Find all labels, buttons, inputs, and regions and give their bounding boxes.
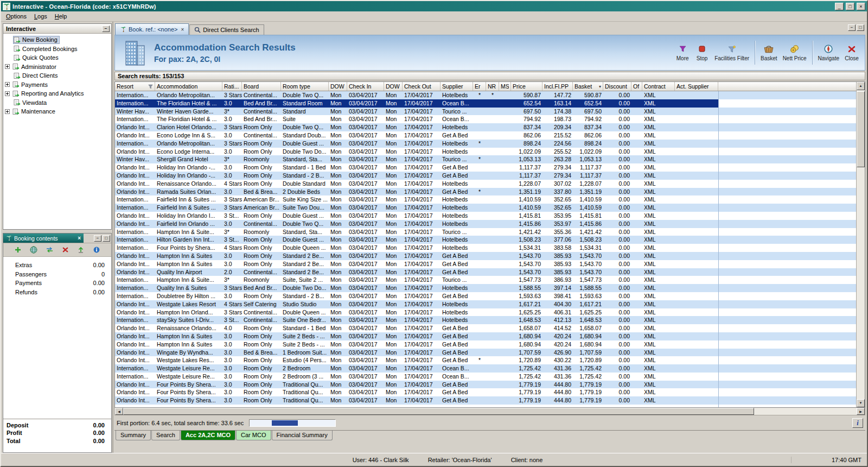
table-row[interactable]: Orlando Int...Quality Inn Airport2.0Cont… <box>115 268 856 276</box>
column-header-accommodation[interactable]: Accommodation <box>155 82 222 91</box>
sidebar-item-viewdata[interactable]: Viewdata <box>3 98 111 108</box>
table-row[interactable]: Orlando Int...Holiday Inn Orlando -...3.… <box>115 163 856 172</box>
vertical-scroll-thumb[interactable] <box>857 91 865 167</box>
sidebar-item-direct-clients[interactable]: Direct Clients <box>3 71 111 80</box>
table-row[interactable]: Winter Hav...Winter Haven Garde...3*Cont… <box>115 108 856 116</box>
booking-item-passengers[interactable]: Passengers0 <box>3 270 111 279</box>
column-header-dow_out[interactable]: DOW <box>384 82 403 91</box>
table-row[interactable]: Orlando Int...Clarion Hotel Orlando...3 … <box>115 123 856 131</box>
minimize-button[interactable]: _ <box>835 3 844 10</box>
table-row[interactable]: Orlando Int...Hampton Inn & Suites3.0Roo… <box>115 332 856 340</box>
doc-tab-direct-clients-search[interactable]: Direct Clients Search <box>189 24 264 35</box>
column-header-check_in[interactable]: Check In <box>347 82 384 91</box>
column-header-dow_in[interactable]: DOW <box>329 82 347 91</box>
table-row[interactable]: Internation...The Floridian Hotel & ...3… <box>115 99 856 108</box>
expand-icon[interactable] <box>5 91 10 96</box>
sidebar-item-completed-bookings[interactable]: Completed Bookings <box>3 45 111 54</box>
column-header-resort[interactable]: Resort <box>115 82 155 91</box>
table-row[interactable]: Internation...Orlando Metropolitan...3 S… <box>115 91 856 99</box>
booking-contents-tab[interactable]: Booking contents × <box>3 234 84 243</box>
column-header-nr[interactable]: NR <box>486 82 499 91</box>
booking-restore-button[interactable]: □ <box>103 235 110 242</box>
bottom-tab-financial-summary[interactable]: Financial Summary <box>272 431 333 440</box>
scroll-up-button[interactable]: ▲ <box>857 82 865 90</box>
bottom-tab-acc-2a-2c-mco[interactable]: Acc 2A,2C MCO <box>181 431 235 440</box>
table-row[interactable]: Internation...Hampton Inn & Suite...3*Ro… <box>115 276 856 284</box>
mdi-minimize-button[interactable]: − <box>848 24 856 31</box>
table-row[interactable]: Winter Hav...Shergill Grand Hotel3*Roomo… <box>115 155 856 163</box>
table-row[interactable]: Internation...Fairfield Inn & Suites ...… <box>115 204 856 212</box>
column-header-basket[interactable]: Basket▾ <box>573 82 603 91</box>
sidebar-item-maintenance[interactable]: Maintenance <box>3 107 111 116</box>
mdi-restore-button[interactable]: □ <box>857 24 864 31</box>
table-row[interactable]: Orlando Int...Holiday Inn Orlando -...3.… <box>115 172 856 180</box>
vertical-scroll-track[interactable] <box>857 90 865 399</box>
toolbar-button-basket[interactable]: Basket <box>758 42 780 64</box>
column-header-rating[interactable]: Rati... <box>222 82 242 91</box>
toolbar-button-navigate[interactable]: Navigate <box>815 42 842 64</box>
scroll-left-button[interactable]: ◀ <box>115 408 123 415</box>
table-row[interactable]: Internation...Orlando Metropolitan...3 S… <box>115 140 856 148</box>
table-row[interactable]: Internation...Fairfield Inn & Suites ...… <box>115 195 856 204</box>
table-row[interactable]: Orlando Int...Westgate Lakes Res...3.0Ro… <box>115 356 856 364</box>
table-row[interactable]: Internation...Doubletree By Hilton ...3.… <box>115 292 856 300</box>
menu-options[interactable]: Options <box>2 12 30 21</box>
world-button[interactable] <box>29 245 39 255</box>
booking-minimize-button[interactable]: − <box>94 235 101 242</box>
table-row[interactable]: Orlando Int...Renaissance Orlando...4.0R… <box>115 324 856 332</box>
menu-logs[interactable]: Logs <box>30 12 51 21</box>
bottom-tab-summary[interactable]: Summary <box>116 431 151 440</box>
sidebar-item-quick-quotes[interactable]: Quick Quotes <box>3 53 111 62</box>
column-header-act_supplier[interactable]: Act. Supplier <box>675 82 718 91</box>
column-header-of[interactable]: Of <box>631 82 642 91</box>
expand-icon[interactable] <box>5 64 10 69</box>
expand-icon[interactable] <box>5 82 10 87</box>
table-row[interactable]: Internation...Hampton Inn & Suite...3*Ro… <box>115 228 856 236</box>
sidebar-item-administrator[interactable]: Administrator <box>3 62 111 72</box>
table-row[interactable]: Internation...Westgate Leisure Re...3.0R… <box>115 364 856 373</box>
table-row[interactable]: Internation...The Floridian Hotel & ...3… <box>115 115 856 123</box>
column-header-incl_fl_pp[interactable]: Incl.Fl.PP <box>542 82 573 91</box>
bottom-tab-search[interactable]: Search <box>151 431 180 440</box>
horizontal-scrollbar[interactable]: ◀ ▶ <box>114 408 865 415</box>
toolbar-button-stop[interactable]: Stop <box>692 42 712 64</box>
booking-item-payments[interactable]: Payments0.00 <box>3 279 111 288</box>
column-header-contract[interactable]: Contract <box>642 82 675 91</box>
table-row[interactable]: Orlando Int...Renaissance Orlando...4 St… <box>115 180 856 188</box>
table-row[interactable]: Internation...staySky Suites I-Driv...3 … <box>115 316 856 324</box>
maximize-button[interactable]: □ <box>846 3 854 10</box>
menu-help[interactable]: Help <box>51 12 71 21</box>
horizontal-scroll-thumb[interactable] <box>123 408 754 415</box>
table-row[interactable]: Orlando Int...Four Points By Shera...3.0… <box>115 381 856 389</box>
close-window-button[interactable]: × <box>857 3 865 10</box>
toolbar-button-nett-price[interactable]: Nett Price <box>780 42 809 64</box>
toolbar-button-close[interactable]: Close <box>842 42 861 64</box>
sidebar-item-reporting-and-analytics[interactable]: Reporting and Analytics <box>3 89 111 98</box>
table-row[interactable]: Orlando Int...Four Points By Shera...3.0… <box>115 388 856 396</box>
table-row[interactable]: Internation...Hilton Garden Inn Int...3 … <box>115 236 856 244</box>
collapse-panel-button[interactable]: − <box>102 26 110 32</box>
column-header-er[interactable]: Er <box>473 82 486 91</box>
table-row[interactable]: Internation...Westgate Leisure Re...3.0R… <box>115 373 856 381</box>
horizontal-scroll-track[interactable] <box>123 408 857 415</box>
column-header-room_type[interactable]: Room type <box>281 82 329 91</box>
sidebar-item-payments[interactable]: Payments <box>3 80 111 90</box>
transfer-button[interactable] <box>44 245 54 255</box>
delete-item-button[interactable] <box>60 245 70 255</box>
table-row[interactable]: Orlando Int...Ramada Suites Orlan...3.0B… <box>115 188 856 196</box>
toolbar-button-facilities-filter[interactable]: Facilities Filter <box>712 42 752 64</box>
close-booking-contents-icon[interactable]: × <box>78 235 81 241</box>
upload-button[interactable] <box>76 245 86 255</box>
column-header-discount[interactable]: Discount <box>603 82 631 91</box>
table-row[interactable]: Orlando Int...Westgate Lakes Resort4 Sta… <box>115 300 856 308</box>
table-row[interactable]: Orlando Int...Econo Lodge Inn & S...3.0C… <box>115 131 856 140</box>
table-row[interactable]: Orlando Int...Fairfield Inn Orlando ...3… <box>115 220 856 228</box>
expand-icon[interactable] <box>5 109 10 114</box>
column-header-ms[interactable]: MS <box>499 82 511 91</box>
table-row[interactable]: Internation...Four Points by Shera...4 S… <box>115 244 856 252</box>
tab-close-icon[interactable]: × <box>181 27 184 33</box>
table-row[interactable]: Internation...Quality Inn & Suites3 Star… <box>115 284 856 292</box>
scroll-down-button[interactable]: ▼ <box>857 399 865 407</box>
info-button[interactable]: i <box>852 418 863 428</box>
toolbar-button-more[interactable]: More <box>673 42 692 64</box>
